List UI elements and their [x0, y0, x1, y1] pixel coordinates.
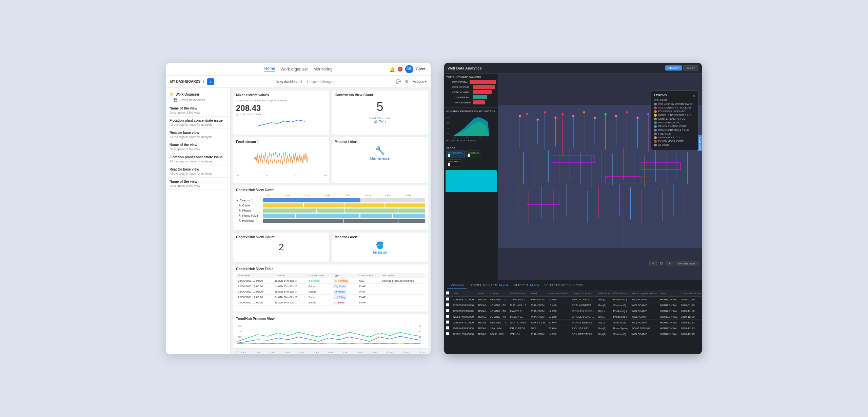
svg-text:40M: 40M: [446, 122, 450, 124]
well-row-5[interactable]: 42389487110000 TEXAS REEVES - TX STATE J…: [444, 320, 702, 325]
sidebar-item-1[interactable]: Name of the view Description of the view: [166, 104, 230, 117]
table-row[interactable]: 25/06/2021 12:05:20 3d 22h 34m 52s ⏱ End…: [236, 300, 425, 305]
legend-item-1: OCCIDENTAL PETROLEUM: [654, 106, 695, 109]
well-row-3[interactable]: 42389579N00000 TEXAS LOVING - TX HALEY 3…: [444, 308, 702, 314]
col-check[interactable]: [444, 290, 451, 297]
map-area[interactable]: LEGEND ✕ Well Spots Well Color (By Ultim…: [498, 74, 702, 280]
user-name[interactable]: Gort▾: [416, 67, 425, 71]
well-row-6[interactable]: 39389489890808 TEXAS LBA - NM DR PI FEDE…: [444, 325, 702, 331]
bar-fill-1: [470, 80, 496, 84]
contexthub-count-title-1: ContextHub View Count: [335, 93, 425, 97]
zoom-out-btn[interactable]: −: [649, 261, 657, 266]
svg-text:2015: 2015: [453, 136, 456, 138]
th-formation[interactable]: Producing Formation: [630, 290, 658, 297]
table-row[interactable]: 25/06/2021 12:05:20 1d 08h 22m 12s ⏱ End…: [236, 283, 425, 289]
metric-time: @ 11:05:2024-03:19: [236, 113, 327, 116]
svg-point-92: [572, 115, 574, 117]
legend-color-0: [654, 103, 657, 105]
svg-point-91: [561, 113, 564, 115]
sidebar-item-7[interactable]: Name of the view Description of the view: [166, 178, 230, 190]
retry-icon: 🔄: [374, 120, 377, 123]
svg-text:20: 20: [419, 341, 421, 343]
th-slant[interactable]: Slant: [658, 290, 679, 297]
zoom-controls: − 12 + MAP SETTINGS: [649, 261, 698, 266]
table-row[interactable]: 25/06/2021 12:05:20 0d 01h 28m 02s ⏱ End…: [236, 294, 425, 300]
well-row-2[interactable]: 42389570190000 TEXAS LOVING - TX FUEL-WI…: [444, 302, 702, 308]
svg-text:350: 350: [238, 325, 242, 327]
component-label: Component 8, which has a reporting name:: [236, 99, 327, 102]
bar-row-4: CONIFER EN...: [446, 95, 496, 99]
legend-color-8: [654, 133, 657, 135]
well-row-7[interactable]: 42380155745000 TEXAS BOLD, JOH... W11-B1…: [444, 331, 702, 337]
col-state: Current state: [307, 273, 331, 278]
sidebar-item-3[interactable]: Reactor base view All the tags in place …: [166, 129, 230, 141]
svg-text:30M: 30M: [446, 128, 450, 130]
top5-section: TOP 5 ULTIMATE OWNERS OCCIDENTAL EOG RES…: [444, 74, 498, 108]
notification-icon[interactable]: 🔔: [389, 66, 395, 72]
chat-icon[interactable]: 💬: [396, 79, 401, 84]
well-row-1[interactable]: 42389487110000 TEXAS REEVES - TX JAVELIN…: [444, 297, 702, 302]
bar-row-1: OCCIDENTAL: [446, 80, 496, 84]
top5-title: TOP 5 ULTIMATE OWNERS: [446, 76, 496, 79]
sidebar-item-5-desc: All the tags in place for analysis: [170, 160, 227, 163]
zoom-in-btn[interactable]: +: [666, 261, 673, 266]
sidebar-work-organizer[interactable]: 📁 Work Organizer: [166, 91, 230, 98]
svg-text:50: 50: [419, 325, 421, 327]
sidebar-item-4[interactable]: Name of the view Description of the view: [166, 141, 230, 153]
nav-home[interactable]: Home: [264, 66, 275, 72]
th-date[interactable]: Completion Date: [679, 290, 702, 297]
th-uwi[interactable]: UWI: [451, 290, 476, 297]
legend-color-11: [654, 144, 657, 146]
left-sidebar-charts: TOP 5 ULTIMATE OWNERS OCCIDENTAL EOG RES…: [444, 74, 498, 280]
legend-item-8: FWEH LLC: [654, 132, 695, 135]
sidebar-item-2[interactable]: Flotation plant concentrate issue All th…: [166, 117, 230, 129]
map-settings-btn[interactable]: MAP SETTINGS: [675, 261, 698, 266]
retry-btn[interactable]: 🔄 Retry: [335, 120, 425, 123]
saved-dashboards-item[interactable]: 💾 Saved dashboards: [166, 98, 230, 104]
well-table-container[interactable]: UWI State County Well Number Field Measu…: [444, 290, 702, 354]
bar-row-2: EOG RESOUR...: [446, 85, 496, 89]
th-wellnum[interactable]: Well Number: [509, 290, 530, 297]
svg-text:2021: 2021: [479, 136, 482, 138]
th-field[interactable]: Field: [529, 290, 547, 297]
th-state[interactable]: State: [476, 290, 488, 297]
top-nav: Home Work organizer Monitoring 🔔 3 GB Go…: [166, 63, 431, 76]
svg-point-89: [544, 111, 546, 113]
contexthub-table: Start date Duration Current state Type C…: [236, 273, 425, 305]
th-depth[interactable]: Measured Depth: [547, 290, 570, 297]
sidebar-item-4-desc: Description of the view: [170, 147, 227, 151]
clear-btn[interactable]: CLEAR: [683, 65, 698, 71]
selected-label: SELECTED FOR ANALYSIS: [544, 283, 583, 287]
actions-btn[interactable]: Actions ▾: [413, 80, 427, 83]
th-welltype[interactable]: Well Type: [596, 290, 612, 297]
nav-monitoring[interactable]: Monitoring: [314, 67, 333, 72]
select-btn[interactable]: SELECT: [665, 65, 682, 71]
right-title: Well Data Analytics: [448, 66, 482, 70]
user-avatar[interactable]: GB: [405, 65, 413, 73]
sidebar-item-5[interactable]: Flotation plant concentrate issue All th…: [166, 153, 230, 165]
legend-close[interactable]: ✕: [693, 95, 695, 98]
info-icon: ℹ: [203, 80, 204, 83]
add-dashboard-button[interactable]: +: [207, 78, 214, 85]
table-row[interactable]: 25/06/2021 12:05:20 3d 22h 34m 52s ⏱ ● S…: [236, 278, 425, 283]
table-widget: ContextHub View Table Start date Duratio…: [233, 264, 428, 312]
my-dashboards-label: MY DASHBOARDS: [170, 80, 200, 83]
th-wellstatus[interactable]: Well Status: [611, 290, 630, 297]
tab-analysis[interactable]: ANALYSIS: [447, 282, 467, 289]
table-title: ContextHub View Table: [236, 267, 425, 271]
right-content: TOP 5 ULTIMATE OWNERS OCCIDENTAL EOG RES…: [444, 74, 702, 280]
sidebar-item-6[interactable]: Reactor base view All the tags in place …: [166, 165, 230, 178]
legend-item-0: Well Color (By Ultimate Owner): [654, 102, 695, 105]
retry-label: Retry: [379, 120, 386, 123]
monthly-prod-chart: 50M 40M 30M 20M 2015 2018 2021: [446, 114, 496, 138]
th-operator[interactable]: Current Operator: [570, 290, 596, 297]
select-all-checkbox[interactable]: [446, 291, 449, 295]
well-row-4[interactable]: 42385749700000 TEXAS LOVING - TX HALEY 3…: [444, 314, 702, 320]
nav-work-organizer[interactable]: Work organizer: [280, 67, 308, 72]
sidebar-item-5-title: Flotation plant concentrate issue: [170, 155, 227, 159]
th-county[interactable]: County: [488, 290, 509, 297]
trend-chart: 350 300 250 200 50 40 30 20: [236, 323, 425, 350]
settings-icon[interactable]: ⚙: [405, 79, 409, 84]
bar-fill-5: [473, 100, 485, 104]
table-row[interactable]: 25/06/2021 12:05:20 3d 22h 34m 52s ⏱ End…: [236, 289, 425, 294]
